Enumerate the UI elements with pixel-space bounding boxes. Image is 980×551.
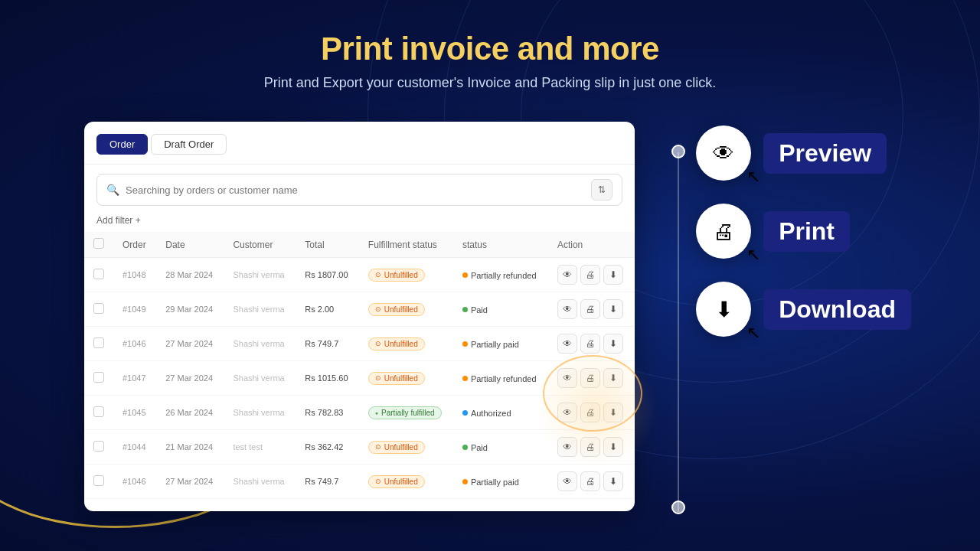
table-row: #1049 29 Mar 2024 Shashi verma Rs 2.00 U… (84, 292, 635, 327)
cell-status: Partially refunded (453, 361, 548, 396)
cell-action: 👁 🖨 ⬇ (548, 361, 635, 396)
print-icon-wrap: 🖨 ↖ (696, 204, 751, 259)
cell-total: Rs 749.7 (296, 465, 359, 499)
download-icon: ⬇ (715, 297, 733, 322)
main-area: Order Draft Order 🔍 ⇅ Add filter + Order… (69, 114, 911, 511)
cell-checkbox[interactable] (84, 258, 113, 292)
tab-order[interactable]: Order (96, 134, 148, 155)
print-action-btn[interactable]: 🖨 (580, 334, 600, 354)
cell-fulfillment: Unfulfilled (359, 292, 453, 327)
cell-status: Partially paid (453, 327, 548, 361)
timeline-dot-bottom (671, 500, 685, 514)
cell-date: 29 Mar 2024 (156, 292, 224, 327)
feature-print: 🖨 ↖ Print (696, 204, 850, 259)
cell-order: #1044 (113, 430, 156, 465)
cell-customer: test test (224, 430, 296, 465)
cell-order: #1048 (113, 258, 156, 292)
preview-action-btn[interactable]: 👁 (557, 403, 577, 422)
content: Print invoice and more Print and Export … (0, 0, 980, 551)
download-action-btn[interactable]: ⬇ (603, 471, 623, 491)
preview-action-btn[interactable]: 👁 (557, 471, 577, 491)
table-row: #1048 28 Mar 2024 Shashi verma Rs 1807.0… (84, 258, 635, 292)
add-filter[interactable]: Add filter + (84, 215, 635, 226)
cell-date: 26 Mar 2024 (156, 396, 224, 430)
table-row: #1046 27 Mar 2024 Shashi verma Rs 749.7 … (84, 465, 635, 499)
cell-action: 👁 🖨 ⬇ (548, 327, 635, 361)
table-row: #1047 27 Mar 2024 Shashi verma Rs 1015.6… (84, 361, 635, 396)
download-action-btn[interactable]: ⬇ (603, 265, 623, 285)
print-icon: 🖨 (713, 219, 734, 244)
table-wrap: Order Date Customer Total Fulfillment st… (84, 232, 635, 499)
cell-order: #1046 (113, 465, 156, 499)
cell-action: 👁 🖨 ⬇ (548, 465, 635, 499)
page-title: Print invoice and more (264, 31, 717, 67)
cell-action: 👁 🖨 ⬇ (548, 258, 635, 292)
preview-action-btn[interactable]: 👁 (557, 437, 577, 457)
cell-customer: Shashi verma (224, 292, 296, 327)
print-action-btn[interactable]: 🖨 (580, 265, 600, 285)
cell-checkbox[interactable] (84, 465, 113, 499)
cell-total: Rs 1807.00 (296, 258, 359, 292)
cell-total: Rs 782.83 (296, 396, 359, 430)
cell-fulfillment: Unfulfilled (359, 258, 453, 292)
sort-button[interactable]: ⇅ (591, 179, 612, 201)
cell-order: #1047 (113, 361, 156, 396)
download-action-btn[interactable]: ⬇ (603, 403, 623, 422)
col-order: Order (113, 232, 156, 258)
cell-fulfillment: Unfulfilled (359, 430, 453, 465)
tab-bar: Order Draft Order (84, 134, 635, 165)
cell-date: 27 Mar 2024 (156, 361, 224, 396)
cell-customer: Shashi verma (224, 258, 296, 292)
download-action-btn[interactable]: ⬇ (603, 368, 623, 388)
cell-checkbox[interactable] (84, 327, 113, 361)
cell-action: 👁 🖨 ⬇ (548, 292, 635, 327)
print-action-btn[interactable]: 🖨 (580, 299, 600, 319)
cell-date: 21 Mar 2024 (156, 430, 224, 465)
col-date: Date (156, 232, 224, 258)
cell-total: Rs 1015.60 (296, 361, 359, 396)
cell-action: 👁 🖨 ⬇ (548, 396, 635, 430)
col-action: Action (548, 232, 635, 258)
cell-total: Rs 749.7 (296, 327, 359, 361)
preview-action-btn[interactable]: 👁 (557, 368, 577, 388)
download-action-btn[interactable]: ⬇ (603, 437, 623, 457)
print-label: Print (763, 211, 850, 252)
preview-label: Preview (763, 133, 887, 174)
timeline-dot-top (671, 145, 685, 158)
preview-icon: 👁 (713, 141, 734, 166)
cell-status: Paid (453, 292, 548, 327)
cell-total: Rs 2.00 (296, 292, 359, 327)
cell-status: Paid (453, 430, 548, 465)
tab-draft-order[interactable]: Draft Order (151, 134, 227, 155)
table-row: #1044 21 Mar 2024 test test Rs 362.42 Un… (84, 430, 635, 465)
cell-status: Authorized (453, 396, 548, 430)
col-fulfillment: Fulfillment status (359, 232, 453, 258)
cell-order: #1049 (113, 292, 156, 327)
cell-order: #1046 (113, 327, 156, 361)
search-input[interactable] (126, 184, 585, 196)
print-action-btn[interactable]: 🖨 (580, 471, 600, 491)
download-icon-wrap: ⬇ ↖ (696, 282, 751, 337)
cell-checkbox[interactable] (84, 361, 113, 396)
col-status: status (453, 232, 548, 258)
print-action-btn[interactable]: 🖨 (580, 403, 600, 422)
table-row: #1046 27 Mar 2024 Shashi verma Rs 749.7 … (84, 327, 635, 361)
timeline-line (678, 152, 679, 512)
print-action-btn[interactable]: 🖨 (580, 437, 600, 457)
preview-action-btn[interactable]: 👁 (557, 299, 577, 319)
header: Print invoice and more Print and Export … (264, 31, 717, 91)
cell-fulfillment: Unfulfilled (359, 465, 453, 499)
cell-fulfillment: Unfulfilled (359, 361, 453, 396)
print-action-btn[interactable]: 🖨 (580, 368, 600, 388)
cell-checkbox[interactable] (84, 430, 113, 465)
download-action-btn[interactable]: ⬇ (603, 334, 623, 354)
table-panel: Order Draft Order 🔍 ⇅ Add filter + Order… (84, 122, 635, 511)
cell-checkbox[interactable] (84, 396, 113, 430)
download-action-btn[interactable]: ⬇ (603, 299, 623, 319)
cell-checkbox[interactable] (84, 292, 113, 327)
cell-fulfillment: Partially fulfilled (359, 396, 453, 430)
preview-action-btn[interactable]: 👁 (557, 334, 577, 354)
download-label: Download (763, 289, 911, 330)
feature-preview: 👁 ↖ Preview (696, 126, 887, 181)
preview-action-btn[interactable]: 👁 (557, 265, 577, 285)
